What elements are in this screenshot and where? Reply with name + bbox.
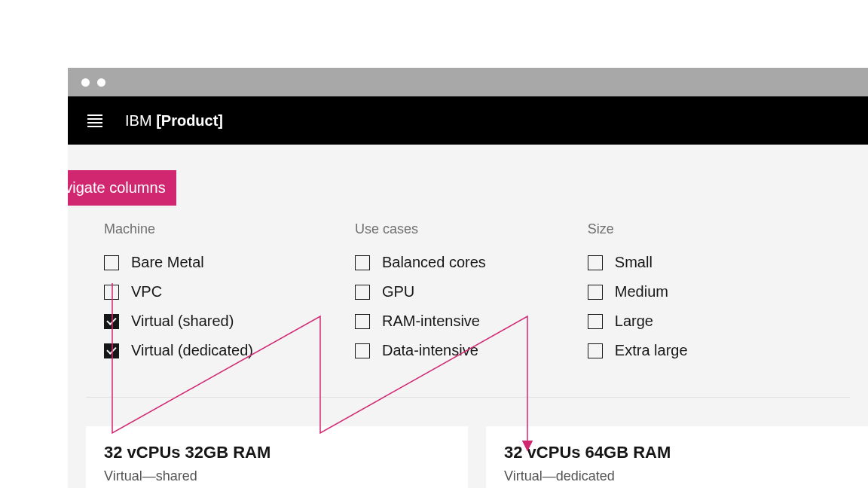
- column-title: Machine: [104, 221, 253, 237]
- brand-light: IBM: [125, 112, 156, 129]
- filter-column-usecases: Use cases Balanced cores GPU RAM-intensi…: [355, 221, 486, 365]
- option-label: Medium: [615, 283, 668, 300]
- checkbox-icon: [588, 255, 603, 270]
- checkbox-option[interactable]: Bare Metal: [104, 248, 253, 277]
- app-header: IBM [Product]: [68, 96, 868, 145]
- column-title: Size: [588, 221, 688, 237]
- checkbox-option[interactable]: RAM-intensive: [355, 307, 486, 336]
- filter-column-machine: Machine Bare Metal VPC Virtual (shared) …: [104, 221, 253, 365]
- card-title: 32 vCPUs 64GB RAM: [504, 443, 850, 462]
- option-label: Extra large: [615, 342, 688, 359]
- app-frame: navigate columns IBM [Product] Machine: [68, 68, 868, 488]
- filter-column-size: Size Small Medium Large Extra large: [588, 221, 688, 365]
- checkbox-icon: [104, 314, 119, 329]
- checkbox-option[interactable]: Small: [588, 248, 688, 277]
- checkbox-option[interactable]: Data-intensive: [355, 336, 486, 365]
- checkbox-icon: [104, 255, 119, 270]
- checkbox-icon: [104, 285, 119, 300]
- content-area: Machine Bare Metal VPC Virtual (shared) …: [68, 145, 868, 488]
- option-label: Virtual (shared): [131, 313, 234, 330]
- checkbox-option[interactable]: Balanced cores: [355, 248, 486, 277]
- option-label: Bare Metal: [131, 254, 204, 271]
- card-title: 32 vCPUs 32GB RAM: [104, 443, 450, 462]
- option-label: GPU: [382, 283, 414, 300]
- brand-label: IBM [Product]: [125, 112, 223, 130]
- window-titlebar: [68, 68, 868, 96]
- option-label: Data-intensive: [382, 342, 478, 359]
- checkbox-option[interactable]: VPC: [104, 277, 253, 307]
- checkbox-icon: [104, 343, 119, 358]
- option-label: Virtual (dedicated): [131, 342, 253, 359]
- annotation-navigate-columns: navigate columns: [68, 170, 176, 206]
- checkbox-option[interactable]: Large: [588, 307, 688, 336]
- option-label: Large: [615, 313, 653, 330]
- card-subtitle: Virtual—shared: [104, 468, 450, 484]
- checkbox-option[interactable]: Extra large: [588, 336, 688, 365]
- checkbox-icon: [355, 255, 370, 270]
- option-label: Balanced cores: [382, 254, 486, 271]
- option-label: Small: [615, 254, 653, 271]
- checkbox-icon: [355, 343, 370, 358]
- checkbox-icon: [588, 314, 603, 329]
- checkbox-icon: [355, 285, 370, 300]
- checkbox-option[interactable]: Virtual (shared): [104, 307, 253, 336]
- checkbox-icon: [588, 285, 603, 300]
- column-title: Use cases: [355, 221, 486, 237]
- brand-bold: [Product]: [156, 112, 223, 129]
- checkbox-option[interactable]: GPU: [355, 277, 486, 307]
- checkbox-option[interactable]: Virtual (dedicated): [104, 336, 253, 365]
- result-card[interactable]: 32 vCPUs 32GB RAM Virtual—shared: [86, 426, 468, 488]
- checkbox-icon: [588, 343, 603, 358]
- checkbox-icon: [355, 314, 370, 329]
- checkbox-option[interactable]: Medium: [588, 277, 688, 307]
- card-subtitle: Virtual—dedicated: [504, 468, 850, 484]
- menu-icon[interactable]: [87, 114, 102, 127]
- option-label: VPC: [131, 283, 162, 300]
- result-card[interactable]: 32 vCPUs 64GB RAM Virtual—dedicated: [486, 426, 868, 488]
- window-dot: [81, 78, 90, 87]
- window-dot: [97, 78, 105, 87]
- option-label: RAM-intensive: [382, 313, 480, 330]
